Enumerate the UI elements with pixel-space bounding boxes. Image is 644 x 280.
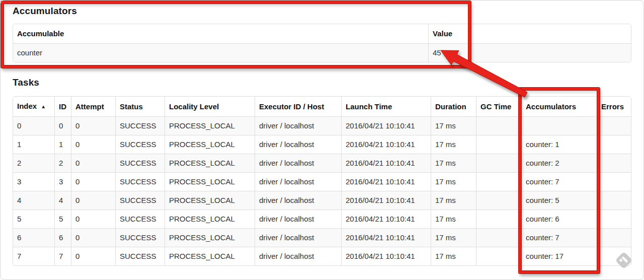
duration-column-header[interactable]: Duration: [431, 97, 476, 116]
task-cell-executor-id-host: driver / localhost: [255, 154, 341, 172]
task-cell-launch-time: 2016/04/21 10:10:41: [341, 191, 431, 209]
spark-stage-page: Accumulators Accumulable Value counter 4…: [0, 0, 644, 280]
accumulator-row: counter 45: [13, 43, 631, 62]
task-cell-launch-time: 2016/04/21 10:10:41: [341, 154, 431, 172]
task-cell-gc-time: [476, 228, 521, 247]
task-cell-errors: [597, 116, 631, 135]
task-cell-locality-level: PROCESS_LOCAL: [165, 135, 255, 154]
task-row: 330SUCCESSPROCESS_LOCALdriver / localhos…: [13, 172, 631, 191]
tasks-section-title: Tasks: [13, 77, 631, 88]
task-cell-locality-level: PROCESS_LOCAL: [165, 191, 255, 209]
locality-level-column-header[interactable]: Locality Level: [165, 97, 255, 116]
task-cell-index: 6: [13, 228, 54, 247]
task-cell-index: 7: [13, 247, 54, 265]
task-cell-accumulators: counter: 5: [521, 191, 597, 209]
task-cell-status: SUCCESS: [115, 228, 165, 247]
task-cell-gc-time: [476, 209, 521, 228]
task-cell-executor-id-host: driver / localhost: [255, 172, 341, 191]
task-cell-id: 7: [54, 247, 71, 265]
executor-id-host-column-header[interactable]: Executor ID / Host: [255, 97, 341, 116]
task-cell-errors: [597, 209, 631, 228]
task-cell-attempt: 0: [71, 154, 115, 172]
task-cell-errors: [597, 191, 631, 209]
task-cell-status: SUCCESS: [115, 191, 165, 209]
task-cell-launch-time: 2016/04/21 10:10:41: [341, 135, 431, 154]
task-cell-duration: 17 ms: [431, 209, 476, 228]
task-cell-id: 1: [54, 135, 71, 154]
task-cell-status: SUCCESS: [115, 116, 165, 135]
task-cell-gc-time: [476, 116, 521, 135]
task-cell-status: SUCCESS: [115, 209, 165, 228]
task-cell-duration: 17 ms: [431, 228, 476, 247]
task-cell-status: SUCCESS: [115, 135, 165, 154]
task-row: 000SUCCESSPROCESS_LOCALdriver / localhos…: [13, 116, 631, 135]
task-cell-locality-level: PROCESS_LOCAL: [165, 209, 255, 228]
task-cell-accumulators: counter: 7: [521, 228, 597, 247]
task-cell-errors: [597, 135, 631, 154]
task-cell-attempt: 0: [71, 247, 115, 265]
task-cell-id: 2: [54, 154, 71, 172]
task-cell-executor-id-host: driver / localhost: [255, 135, 341, 154]
accumulator-value-cell: 45: [428, 43, 631, 62]
task-cell-executor-id-host: driver / localhost: [255, 228, 341, 247]
task-cell-index: 5: [13, 209, 54, 228]
id-column-header[interactable]: ID: [54, 97, 71, 116]
task-cell-index: 3: [13, 172, 54, 191]
task-cell-locality-level: PROCESS_LOCAL: [165, 116, 255, 135]
task-cell-id: 0: [54, 116, 71, 135]
accumulators-column-header[interactable]: Accumulators: [521, 97, 597, 116]
task-cell-duration: 17 ms: [431, 191, 476, 209]
task-cell-gc-time: [476, 154, 521, 172]
task-cell-attempt: 0: [71, 209, 115, 228]
task-cell-status: SUCCESS: [115, 172, 165, 191]
task-cell-duration: 17 ms: [431, 116, 476, 135]
task-cell-gc-time: [476, 247, 521, 265]
task-cell-duration: 17 ms: [431, 154, 476, 172]
task-cell-attempt: 0: [71, 228, 115, 247]
gc-time-column-header[interactable]: GC Time: [476, 97, 521, 116]
task-cell-duration: 17 ms: [431, 247, 476, 265]
task-row: 660SUCCESSPROCESS_LOCALdriver / localhos…: [13, 228, 631, 247]
task-cell-locality-level: PROCESS_LOCAL: [165, 172, 255, 191]
sort-ascending-icon: ▲: [41, 104, 46, 109]
task-cell-attempt: 0: [71, 116, 115, 135]
task-row: 110SUCCESSPROCESS_LOCALdriver / localhos…: [13, 135, 631, 154]
status-column-header[interactable]: Status: [115, 97, 165, 116]
task-cell-accumulators: counter: 2: [521, 154, 597, 172]
task-cell-duration: 17 ms: [431, 135, 476, 154]
attempt-column-header[interactable]: Attempt: [71, 97, 115, 116]
task-cell-attempt: 0: [71, 172, 115, 191]
task-cell-locality-level: PROCESS_LOCAL: [165, 228, 255, 247]
task-cell-errors: [597, 154, 631, 172]
task-cell-accumulators: counter: 6: [521, 209, 597, 228]
errors-column-header[interactable]: Errors: [597, 97, 631, 116]
index-column-header[interactable]: Index▲: [13, 97, 54, 116]
task-cell-executor-id-host: driver / localhost: [255, 191, 341, 209]
task-cell-accumulators: counter: 1: [521, 135, 597, 154]
accumulable-column-header: Accumulable: [13, 24, 428, 43]
task-cell-attempt: 0: [71, 191, 115, 209]
task-cell-gc-time: [476, 172, 521, 191]
tasks-table: Index▲ ID Attempt Status Locality Level …: [13, 96, 631, 266]
launch-time-column-header[interactable]: Launch Time: [341, 97, 431, 116]
feedly-badge-icon: [615, 251, 633, 269]
task-cell-id: 3: [54, 172, 71, 191]
task-cell-accumulators: counter: 7: [521, 172, 597, 191]
task-row: 770SUCCESSPROCESS_LOCALdriver / localhos…: [13, 247, 631, 265]
task-cell-launch-time: 2016/04/21 10:10:41: [341, 247, 431, 265]
task-cell-launch-time: 2016/04/21 10:10:41: [341, 228, 431, 247]
task-cell-gc-time: [476, 191, 521, 209]
task-cell-locality-level: PROCESS_LOCAL: [165, 247, 255, 265]
task-cell-locality-level: PROCESS_LOCAL: [165, 154, 255, 172]
accumulable-name-cell: counter: [13, 43, 428, 62]
accumulators-section-title: Accumulators: [13, 6, 631, 17]
task-cell-status: SUCCESS: [115, 154, 165, 172]
task-cell-id: 6: [54, 228, 71, 247]
accumulators-header-row: Accumulable Value: [13, 24, 631, 43]
tasks-header-row: Index▲ ID Attempt Status Locality Level …: [13, 97, 631, 116]
task-cell-launch-time: 2016/04/21 10:10:41: [341, 116, 431, 135]
task-cell-accumulators: counter: 17: [521, 247, 597, 265]
task-cell-gc-time: [476, 135, 521, 154]
task-cell-index: 1: [13, 135, 54, 154]
task-cell-executor-id-host: driver / localhost: [255, 209, 341, 228]
